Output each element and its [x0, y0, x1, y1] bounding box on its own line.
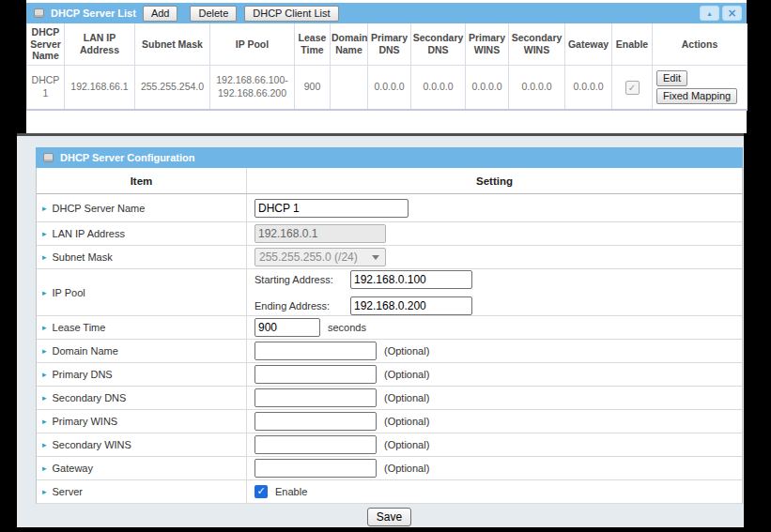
lan-ip-address-input: [254, 224, 386, 243]
col-lease-time: Lease Time: [295, 23, 331, 66]
cell-actions: Edit Fixed Mapping: [653, 66, 748, 111]
row-arrow-icon: ▸: [42, 229, 47, 238]
secondary-wins-input[interactable]: [254, 435, 377, 454]
subnet-mask-select: 255.255.255.0 (/24): [254, 248, 386, 266]
cell-domain-name: [331, 66, 368, 111]
gateway-note: (Optional): [384, 463, 429, 474]
chevron-down-icon: [372, 255, 379, 260]
starting-address-input[interactable]: [350, 270, 472, 289]
row-server: ▸ Server ✓ Enable: [37, 480, 742, 504]
row-primary-wins: ▸ Primary WINS (Optional): [37, 410, 742, 433]
dhcp-server-name-label: DHCP Server Name: [53, 203, 146, 214]
save-button[interactable]: Save: [367, 508, 411, 526]
col-primary-wins: Primary WINS: [466, 23, 509, 66]
row-arrow-icon: ▸: [42, 393, 47, 403]
secondary-dns-input[interactable]: [254, 388, 377, 407]
dhcp-server-list-titlebar: DHCP Server List Add Delete DHCP Client …: [26, 3, 747, 23]
delete-button[interactable]: Delete: [190, 6, 237, 22]
row-subnet-mask: ▸ Subnet Mask 255.255.255.0 (/24): [37, 246, 742, 269]
ip-pool-label: IP Pool: [53, 287, 85, 298]
row-arrow-icon: ▸: [42, 487, 47, 496]
row-primary-dns: ▸ Primary DNS (Optional): [37, 363, 742, 387]
dhcp-client-list-button[interactable]: DHCP Client List: [244, 6, 338, 22]
primary-wins-input[interactable]: [254, 412, 377, 431]
col-ip-pool: IP Pool: [210, 23, 295, 66]
server-label: Server: [53, 486, 83, 497]
item-header: Item: [37, 168, 247, 193]
col-domain-name: Domain Name: [331, 23, 368, 66]
col-subnet-mask: Subnet Mask: [135, 23, 210, 66]
primary-dns-note: (Optional): [384, 369, 429, 380]
row-arrow-icon: ▸: [42, 252, 47, 262]
dhcp-server-list-panel: DHCP Server List Add Delete DHCP Client …: [26, 0, 747, 133]
ip-pool-end: 192.168.66.200: [211, 87, 293, 100]
setting-header: Setting: [247, 168, 742, 193]
configuration-footer: Save: [36, 504, 743, 530]
cell-secondary-dns: 0.0.0.0: [411, 66, 466, 111]
col-enable: Enable: [612, 23, 653, 66]
cell-ip-pool: 192.168.66.100- 192.168.66.200: [210, 66, 295, 111]
row-lan-ip-address: ▸ LAN IP Address: [37, 222, 742, 246]
lease-time-input[interactable]: [254, 318, 320, 337]
table-header-row: DHCP Server Name LAN IP Address Subnet M…: [27, 23, 748, 66]
server-enable-checkbox[interactable]: ✓: [254, 485, 268, 498]
table-row: DHCP 1 192.168.66.1 255.255.254.0 192.16…: [27, 66, 748, 111]
dhcp-server-list-title: DHCP Server List: [51, 8, 136, 19]
cell-primary-wins: 0.0.0.0: [466, 66, 509, 111]
ip-pool-start: 192.168.66.100-: [211, 74, 293, 87]
col-secondary-dns: Secondary DNS: [411, 23, 466, 66]
cell-lan-ip: 192.168.66.1: [65, 66, 135, 111]
cell-enable: ✓: [612, 66, 653, 111]
server-enable-label: Enable: [275, 486, 307, 497]
add-button[interactable]: Add: [143, 6, 178, 22]
col-dhcp-server-name: DHCP Server Name: [27, 23, 65, 66]
row-arrow-icon: ▸: [42, 323, 47, 332]
cell-secondary-wins: 0.0.0.0: [509, 66, 565, 111]
row-arrow-icon: ▸: [42, 464, 47, 473]
cell-gateway: 0.0.0.0: [565, 66, 612, 111]
col-secondary-wins: Secondary WINS: [509, 23, 565, 66]
cell-subnet-mask: 255.255.254.0: [135, 66, 210, 111]
row-arrow-icon: ▸: [42, 417, 47, 426]
ending-address-input[interactable]: [350, 296, 472, 315]
row-secondary-wins: ▸ Secondary WINS (Optional): [37, 433, 742, 457]
primary-dns-label: Primary DNS: [53, 369, 113, 380]
triangle-up-icon: ▴: [707, 9, 711, 18]
primary-wins-note: (Optional): [384, 416, 429, 427]
collapse-button[interactable]: ▴: [700, 6, 719, 21]
lan-ip-address-label: LAN IP Address: [53, 228, 125, 239]
domain-name-note: (Optional): [384, 345, 429, 357]
screen: DHCP Server List Add Delete DHCP Client …: [0, 0, 771, 532]
row-gateway: ▸ Gateway (Optional): [37, 457, 742, 480]
configuration-header-row: Item Setting: [37, 168, 742, 194]
panel-toggle-icon: [43, 153, 54, 162]
row-dhcp-server-name: ▸ DHCP Server Name: [37, 194, 742, 222]
dhcp-server-configuration-titlebar: DHCP Server Configuration: [36, 147, 743, 168]
lease-time-unit: seconds: [328, 322, 366, 333]
fixed-mapping-button[interactable]: Fixed Mapping: [656, 88, 737, 104]
cell-lease-time: 900: [295, 66, 331, 111]
col-gateway: Gateway: [565, 23, 612, 66]
row-domain-name: ▸ Domain Name (Optional): [37, 340, 742, 363]
primary-wins-label: Primary WINS: [53, 416, 118, 427]
col-lan-ip-address: LAN IP Address: [65, 23, 135, 66]
domain-name-input[interactable]: [254, 342, 377, 360]
dhcp-server-name-input[interactable]: [254, 199, 409, 218]
dhcp-server-configuration-title: DHCP Server Configuration: [60, 152, 194, 163]
gateway-input[interactable]: [254, 459, 377, 478]
starting-address-label: Starting Address:: [254, 274, 350, 285]
row-arrow-icon: ▸: [42, 288, 47, 297]
close-icon: ×: [727, 7, 736, 20]
row-secondary-dns: ▸ Secondary DNS (Optional): [37, 387, 742, 410]
subnet-mask-label: Subnet Mask: [53, 251, 113, 263]
dhcp-server-table: DHCP Server Name LAN IP Address Subnet M…: [26, 23, 748, 111]
secondary-dns-label: Secondary DNS: [53, 392, 127, 403]
domain-name-label: Domain Name: [53, 345, 118, 357]
secondary-dns-note: (Optional): [384, 392, 429, 403]
gateway-label: Gateway: [53, 463, 93, 474]
close-button[interactable]: ×: [722, 6, 742, 21]
configuration-table: Item Setting ▸ DHCP Server Name ▸ LAN IP…: [36, 168, 743, 504]
secondary-wins-note: (Optional): [384, 439, 429, 450]
primary-dns-input[interactable]: [254, 365, 377, 384]
edit-button[interactable]: Edit: [656, 70, 687, 86]
